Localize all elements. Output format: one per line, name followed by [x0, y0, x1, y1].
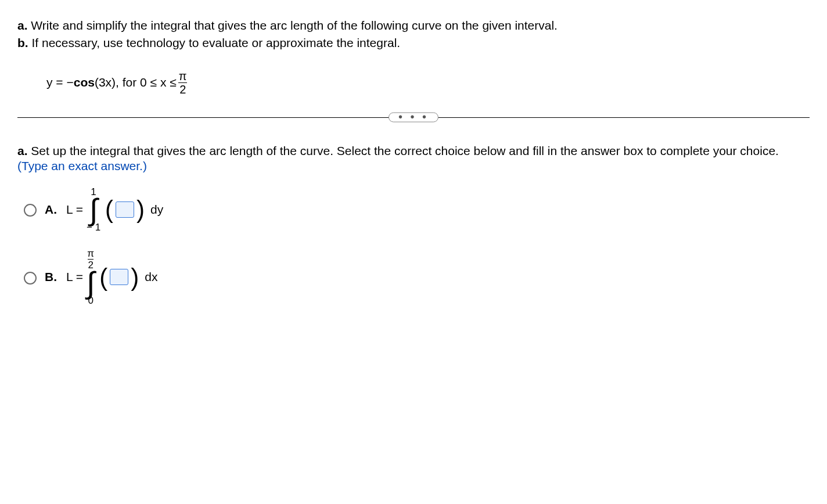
eq-frac-den: 2 [178, 82, 187, 95]
sub-a-text: Set up the integral that gives the arc l… [28, 144, 779, 157]
section-divider: • • • [17, 110, 810, 124]
opt-b-integral: π 2 ∫ 0 [87, 247, 95, 307]
option-b-label: B. [45, 270, 57, 284]
lparen-icon: ( [98, 270, 109, 285]
option-b-row: B. L = π 2 ∫ 0 ( ) dx [21, 247, 810, 307]
eq-lhs: y = − [46, 75, 74, 89]
part-a-label: a. [17, 19, 28, 32]
option-b-radio[interactable] [24, 272, 37, 285]
option-b-formula: L = π 2 ∫ 0 ( ) dx [66, 247, 157, 307]
dots-icon: • • • [398, 110, 429, 123]
eq-func: cos [74, 75, 95, 89]
opt-b-upper-num: π [87, 249, 94, 259]
problem-prompt: a. Write and simplify the integral that … [17, 17, 810, 52]
opt-a-integral: 1 ∫ − 1 [87, 186, 100, 233]
opt-a-diff: dy [150, 203, 163, 217]
opt-b-diff: dx [145, 270, 157, 284]
opt-a-lower: − 1 [87, 221, 100, 233]
opt-b-answer-input[interactable] [110, 269, 128, 285]
part-b-label: b. [17, 36, 28, 49]
opt-a-answer-input[interactable] [116, 201, 134, 218]
eq-fraction: π 2 [178, 70, 188, 95]
option-a-row: A. L = 1 ∫ − 1 ( ) dy [21, 186, 810, 233]
opt-b-lower: 0 [88, 294, 93, 307]
part-b-text: If necessary, use technology to evaluate… [28, 36, 400, 49]
expand-button[interactable]: • • • [389, 112, 438, 122]
opt-b-lhs: L = [66, 270, 83, 284]
opt-a-lhs: L = [66, 203, 83, 217]
eq-frac-num: π [178, 70, 188, 82]
answer-hint: (Type an exact answer.) [17, 159, 810, 173]
sub-instructions: a. Set up the integral that gives the ar… [17, 144, 810, 173]
eq-arg: (3x), for 0 ≤ x ≤ [95, 75, 177, 89]
rparen-icon: ) [130, 270, 140, 285]
option-a-radio[interactable] [24, 204, 37, 217]
option-a-formula: L = 1 ∫ − 1 ( ) dy [66, 186, 163, 233]
rparen-icon: ) [135, 202, 146, 217]
lparen-icon: ( [104, 202, 114, 217]
integral-icon: ∫ [89, 198, 98, 221]
equation-display: y = − cos (3x), for 0 ≤ x ≤ π 2 [46, 70, 810, 95]
part-a-text: Write and simplify the integral that giv… [28, 19, 558, 32]
integral-icon: ∫ [87, 271, 95, 294]
sub-a-label: a. [17, 144, 28, 157]
option-a-label: A. [45, 203, 57, 217]
